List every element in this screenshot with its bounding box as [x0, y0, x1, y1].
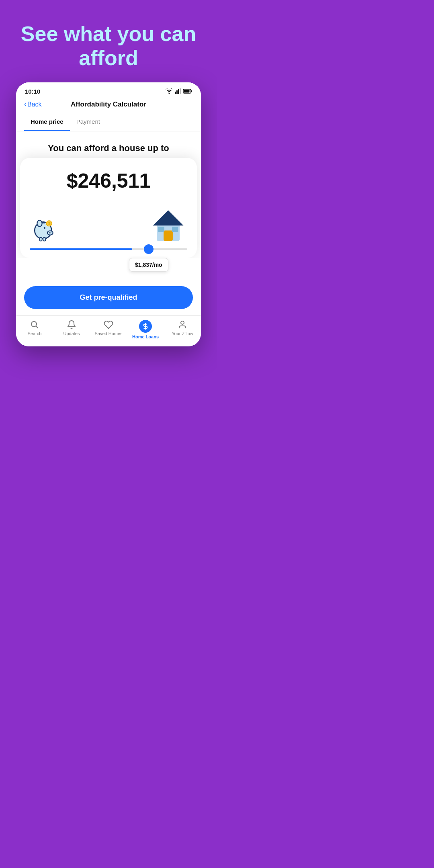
prequalify-section: Get pre-qualified	[16, 258, 201, 315]
slider-fill	[30, 248, 132, 250]
svg-point-12	[37, 220, 42, 227]
main-content: You can afford a house up to	[16, 131, 201, 154]
slider-tooltip: $1,837/mo	[129, 258, 168, 272]
svg-rect-13	[42, 222, 45, 223]
svg-rect-5	[191, 90, 192, 92]
price-card: $246,511	[20, 158, 197, 258]
nav-search-label: Search	[28, 331, 42, 336]
wifi-icon	[166, 88, 173, 94]
bottom-nav: Search Updates Saved Homes Home Loans Yo…	[16, 315, 201, 346]
dollar-icon	[142, 323, 149, 330]
nav-header: ‹ Back Affordability Calculator	[16, 97, 201, 113]
nav-zillow-label: Your Zillow	[172, 331, 193, 336]
nav-item-zillow[interactable]: Your Zillow	[164, 320, 201, 339]
svg-rect-14	[40, 237, 42, 241]
back-label[interactable]: Back	[27, 101, 42, 108]
slider-track: $1,837/mo	[30, 248, 187, 250]
tab-home-price[interactable]: Home price	[24, 113, 70, 131]
svg-rect-2	[178, 89, 179, 94]
svg-line-24	[36, 326, 38, 328]
house-icon	[149, 205, 187, 243]
piggy-icon: $	[30, 215, 58, 243]
back-chevron-icon: ‹	[24, 100, 27, 108]
svg-rect-20	[164, 231, 173, 241]
svg-rect-22	[172, 227, 178, 232]
page-title: Affordability Calculator	[71, 100, 146, 108]
slider-section: $	[30, 205, 187, 250]
heart-icon	[104, 320, 113, 330]
battery-icon	[183, 89, 192, 94]
nav-item-saved[interactable]: Saved Homes	[90, 320, 127, 339]
nav-loans-label: Home Loans	[132, 334, 159, 339]
svg-rect-6	[184, 90, 190, 93]
svg-point-9	[49, 232, 50, 233]
tabs-container: Home price Payment	[16, 113, 201, 131]
svg-point-10	[50, 232, 51, 233]
svg-rect-1	[176, 90, 178, 94]
svg-rect-0	[175, 92, 176, 94]
nav-item-updates[interactable]: Updates	[53, 320, 90, 339]
status-bar: 10:10	[16, 82, 201, 97]
prequalify-button[interactable]: Get pre-qualified	[24, 286, 193, 309]
svg-rect-3	[180, 88, 181, 94]
svg-point-26	[181, 321, 184, 324]
svg-point-11	[44, 227, 45, 229]
nav-updates-label: Updates	[63, 331, 80, 336]
svg-rect-15	[43, 237, 45, 241]
back-button[interactable]: ‹ Back	[24, 100, 42, 108]
afford-subtitle: You can afford a house up to	[24, 143, 193, 154]
nav-item-search[interactable]: Search	[16, 320, 53, 339]
price-display: $246,511	[30, 169, 187, 192]
hero-section: See what you can afford	[0, 0, 217, 78]
status-time: 10:10	[25, 88, 40, 95]
nav-item-home-loans[interactable]: Home Loans	[127, 320, 164, 339]
home-loans-circle	[139, 320, 152, 333]
status-icons	[166, 88, 192, 94]
search-icon	[30, 320, 39, 330]
tab-payment[interactable]: Payment	[70, 113, 106, 131]
svg-rect-21	[158, 227, 164, 232]
icons-row: $	[30, 205, 187, 243]
person-icon	[178, 320, 187, 330]
nav-saved-label: Saved Homes	[94, 331, 122, 336]
svg-marker-19	[153, 210, 184, 225]
svg-point-8	[47, 231, 53, 235]
svg-text:$: $	[48, 222, 50, 226]
slider-thumb[interactable]	[144, 244, 154, 254]
signal-icon	[175, 88, 181, 94]
hero-title: See what you can afford	[16, 22, 201, 70]
bell-icon	[67, 320, 76, 330]
phone-mockup: 10:10 ‹ Back Affordability Calculator Ho…	[16, 82, 201, 347]
slider-thumb-group: $1,837/mo	[129, 244, 168, 272]
